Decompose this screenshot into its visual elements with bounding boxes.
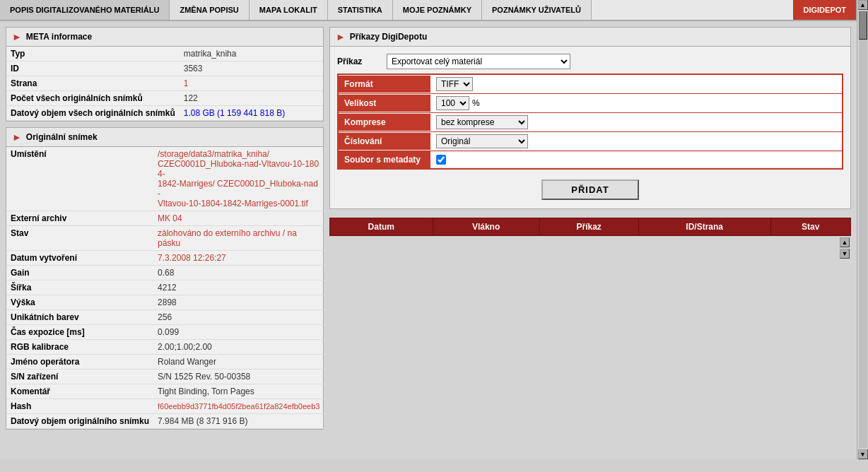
- right-panel: ► Příkazy DigiDepotu Příkaz Exportovat c…: [329, 27, 851, 454]
- meta-value: 3563: [180, 61, 323, 76]
- col-vlakno: Vlákno: [433, 218, 539, 236]
- col-idstrana: ID/Strana: [638, 218, 770, 236]
- hash-value: f60eebb9d3771fb4d05f2bea61f2a824efb0eeb3: [158, 402, 319, 411]
- table-row: Gain 0.68: [6, 266, 324, 281]
- scroll-down-button[interactable]: ▼: [840, 249, 850, 259]
- velikost-select[interactable]: 100: [436, 96, 469, 110]
- orig-value: Roland Wanger: [153, 355, 324, 370]
- scroll-arrows: ▲ ▼: [840, 237, 850, 259]
- prikaz-row: Příkaz Exportovat celý materiál: [330, 51, 850, 72]
- meta-value: 1.08 GB (1 159 441 818 B): [180, 106, 323, 121]
- scroll-up-button[interactable]: ▲: [840, 237, 850, 247]
- orig-value: S/N 1525 Rev. 50-00358: [153, 370, 324, 384]
- meta-label: Datový objem všech originálních snímků: [6, 106, 180, 121]
- orig-label: Výška: [6, 295, 153, 310]
- orig-value: 2.00;1.00;2.00: [153, 340, 324, 355]
- table-row: Stav zálohováno do externího archivu / n…: [6, 226, 324, 251]
- datum-vytvoreni-value: 7.3.2008 12:26:27: [158, 253, 226, 263]
- komprese-label: Komprese: [339, 114, 430, 131]
- format-select[interactable]: TIFF: [436, 77, 473, 91]
- orig-label: Stav: [6, 226, 153, 251]
- add-button-row: PŘIDAT: [330, 174, 850, 206]
- meta-value: 122: [180, 91, 323, 106]
- outer-scroll-thumb[interactable]: [859, 11, 867, 40]
- digidepot-expand-arrow[interactable]: ►: [336, 31, 346, 42]
- left-panel: ► META informace Typ matrika_kniha ID 35…: [6, 27, 324, 454]
- metadata-checkbox[interactable]: [436, 155, 446, 165]
- orig-label: Unikátních barev: [6, 310, 153, 325]
- outer-scroll-up[interactable]: ▲: [858, 0, 868, 10]
- volume-value: 1.08 GB (1 159 441 818 B): [184, 108, 285, 118]
- metadata-label: Soubor s metadaty: [339, 151, 430, 168]
- orig-label: Datový objem originálního snímku: [6, 414, 153, 429]
- outer-scroll-down[interactable]: ▼: [858, 449, 868, 459]
- meta-label: Počet všech originálních snímků: [6, 91, 180, 106]
- orig-value: Tight Binding, Torn Pages: [153, 384, 324, 399]
- orig-label: Gain: [6, 266, 153, 281]
- results-section: Datum Vlákno Příkaz ID/Strana Stav: [329, 215, 851, 259]
- table-row: S/N zařízení S/N 1525 Rev. 50-00358: [6, 370, 324, 384]
- nav-digidepot[interactable]: DIGIDEPOT: [793, 0, 857, 20]
- orig-value: 0.099: [153, 325, 324, 340]
- table-row: Počet všech originálních snímků 122: [6, 91, 323, 106]
- nav-statistika[interactable]: STATISTIKA: [328, 0, 393, 20]
- nav-moje-poznamky[interactable]: MOJE POZNÁMKY: [393, 0, 482, 20]
- table-row: Strana 1: [6, 76, 323, 91]
- table-row: Externí archiv MK 04: [6, 211, 324, 226]
- table-row: ID 3563: [6, 61, 323, 76]
- col-datum: Datum: [330, 218, 433, 236]
- table-row: Výška 2898: [6, 295, 324, 310]
- nav-mapa[interactable]: MAPA LOKALIT: [250, 0, 328, 20]
- orig-label: S/N zařízení: [6, 370, 153, 384]
- table-row: Unikátních barev 256: [6, 310, 324, 325]
- cislovani-row: Číslování Originál: [339, 132, 842, 151]
- original-section-title: Originální snímek: [26, 132, 98, 142]
- nav-poznamky-uzivatelu[interactable]: POZNÁMKY UŽIVATELŮ: [482, 0, 592, 20]
- format-row: Formát TIFF: [339, 75, 842, 94]
- prikaz-select[interactable]: Exportovat celý materiál: [387, 54, 570, 69]
- velikost-label: Velikost: [339, 95, 430, 112]
- meta-label: Strana: [6, 76, 180, 91]
- original-section-header: ► Originální snímek: [6, 128, 323, 147]
- meta-section-header: ► META informace: [6, 28, 323, 47]
- komprese-value: bez komprese: [430, 113, 842, 131]
- outer-scroll-track: [859, 11, 867, 448]
- orig-value: /storage/data3/matrika_kniha/ CZEC0001D_…: [153, 147, 324, 211]
- meta-section-title: META informace: [26, 32, 92, 42]
- nav-zmena[interactable]: ZMĚNA POPISU: [170, 0, 249, 20]
- stav-value: zálohováno do externího archivu / na pás…: [158, 228, 297, 248]
- komprese-select[interactable]: bez komprese: [436, 115, 528, 129]
- format-label: Formát: [339, 76, 430, 93]
- komprese-row: Komprese bez komprese: [339, 113, 842, 132]
- meta-expand-arrow[interactable]: ►: [12, 31, 22, 42]
- orig-label: RGB kalibrace: [6, 340, 153, 355]
- table-row: Umístění /storage/data3/matrika_kniha/ C…: [6, 147, 324, 211]
- col-stav: Stav: [770, 218, 851, 236]
- meta-table: Typ matrika_kniha ID 3563 Strana 1: [6, 47, 323, 121]
- table-row: Jméno operátora Roland Wanger: [6, 355, 324, 370]
- original-expand-arrow[interactable]: ►: [12, 131, 22, 143]
- orig-value: 4212: [153, 281, 324, 295]
- orig-value: 7.3.2008 12:26:27: [153, 251, 324, 266]
- digidepot-section-title: Příkazy DigiDepotu: [350, 32, 427, 42]
- velikost-row: Velikost 100 %: [339, 94, 842, 113]
- umisteni-value: /storage/data3/matrika_kniha/ CZEC0001D_…: [158, 149, 319, 208]
- table-row: Datum vytvoření 7.3.2008 12:26:27: [6, 251, 324, 266]
- orig-value: 7.984 MB (8 371 916 B): [153, 414, 324, 429]
- orig-label: Jméno operátora: [6, 355, 153, 370]
- results-table: Datum Vlákno Příkaz ID/Strana Stav: [329, 218, 851, 236]
- pridat-button[interactable]: PŘIDAT: [541, 179, 638, 200]
- table-row: Typ matrika_kniha: [6, 47, 323, 61]
- results-header-row: Datum Vlákno Příkaz ID/Strana Stav: [330, 218, 851, 236]
- orig-value: 0.68: [153, 266, 324, 281]
- meta-value: 1: [180, 76, 323, 91]
- cislovani-select[interactable]: Originál: [436, 134, 528, 148]
- strana-link[interactable]: 1: [184, 78, 189, 88]
- orig-label: Komentář: [6, 384, 153, 399]
- table-row: Datový objem originálního snímku 7.984 M…: [6, 414, 324, 429]
- metadata-row: Soubor s metadaty: [339, 151, 842, 168]
- orig-value: zálohováno do externího archivu / na pás…: [153, 226, 324, 251]
- nav-popis[interactable]: POPIS DIGITALIZOVANÉHO MATERIÁLU: [0, 0, 170, 20]
- orig-value: MK 04: [153, 211, 324, 226]
- digidepot-section-header: ► Příkazy DigiDepotu: [330, 28, 850, 47]
